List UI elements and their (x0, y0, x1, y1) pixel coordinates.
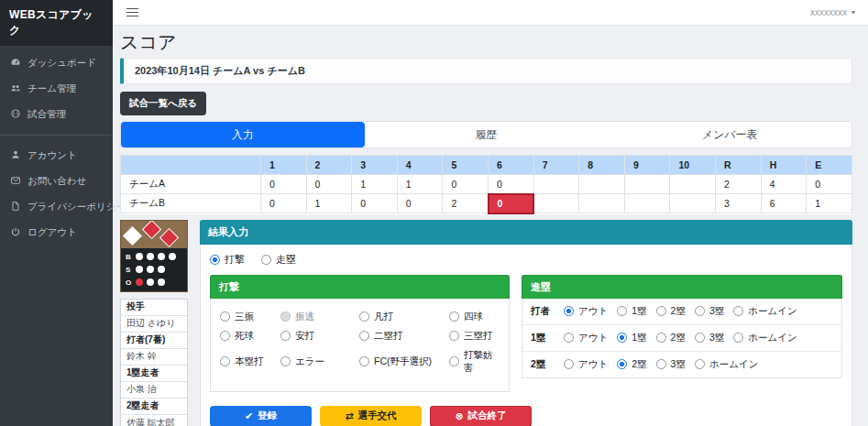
radio-button[interactable] (280, 356, 291, 366)
radio-button[interactable] (220, 331, 230, 341)
batting-options: 三振死球本塁打振逃安打エラー凡打二塁打FC(野手選択)四球三塁打打撃妨害 (210, 299, 510, 392)
radio-button[interactable] (210, 255, 220, 265)
field-status: BSO (120, 220, 188, 292)
mode-option[interactable]: 走塁 (261, 253, 296, 267)
register-button[interactable]: ✔登録 (210, 406, 312, 426)
radio-button[interactable] (656, 306, 666, 316)
radio-label-text: ホームイン (748, 332, 797, 344)
radio-button[interactable] (617, 359, 627, 369)
radio-button[interactable] (261, 255, 271, 265)
end-game-button[interactable]: ⊗試合終了 (430, 406, 532, 426)
score-cell: 1 (397, 175, 443, 194)
player-role: 1塁走者 (121, 366, 187, 382)
team-name: チームB (121, 194, 261, 213)
tab-active[interactable]: 入力 (121, 122, 365, 147)
score-header-cell: 2 (306, 156, 352, 175)
radio-button[interactable] (449, 331, 459, 341)
batting-option[interactable]: エラー (280, 349, 356, 375)
batting-option[interactable]: FC(野手選択) (359, 349, 445, 375)
radio-button[interactable] (449, 356, 459, 366)
radio-button[interactable] (695, 306, 705, 316)
batting-option[interactable]: 本塁打 (220, 349, 277, 375)
advance-option[interactable]: 3塁 (656, 358, 686, 371)
score-cell: 0 (397, 194, 443, 213)
radio-button[interactable] (733, 306, 743, 316)
menu-icon[interactable] (126, 5, 139, 20)
ball-strike-out-count: BSO (121, 248, 187, 291)
sidebar-item[interactable]: アカウント (0, 143, 113, 169)
advance-option[interactable]: 3塁 (695, 332, 724, 344)
batting-option[interactable]: 三塁打 (449, 330, 500, 343)
batting-option[interactable]: 二塁打 (359, 330, 445, 343)
radio-button[interactable] (359, 356, 369, 366)
radio-button[interactable] (617, 306, 627, 316)
user-menu[interactable]: xxxxxxxx ▾ (810, 7, 855, 17)
radio-button[interactable] (695, 359, 705, 369)
sidebar-item[interactable]: プライバシーポリシー (0, 194, 113, 220)
check-icon: ✔ (245, 411, 253, 421)
radio-button[interactable] (656, 333, 666, 343)
radio-button[interactable] (449, 311, 459, 322)
radio-button[interactable] (564, 306, 574, 316)
score-cell (579, 194, 625, 213)
score-header-cell: 4 (397, 156, 443, 175)
tab-item[interactable]: 履歴 (365, 122, 609, 147)
advance-option[interactable]: 2塁 (617, 358, 646, 371)
radio-label-text: 三塁打 (464, 330, 493, 343)
radio-button[interactable] (564, 359, 574, 369)
score-header-cell: 6 (489, 156, 534, 175)
sidebar-item[interactable]: チーム管理 (0, 76, 113, 102)
advance-option[interactable]: 1塁 (617, 332, 646, 344)
batting-option[interactable]: 三振 (220, 311, 277, 323)
radio-label-text: 2塁 (671, 332, 686, 344)
sidebar-item[interactable]: お問い合わせ (0, 169, 113, 194)
advance-option[interactable]: 3塁 (695, 305, 724, 318)
sidebar-item[interactable]: ログアウト (0, 220, 113, 246)
batting-option[interactable]: 死球 (220, 330, 277, 343)
advance-option[interactable]: アウト (564, 332, 608, 344)
radio-button[interactable] (359, 331, 369, 341)
back-to-games-button[interactable]: 試合一覧へ戻る (120, 92, 206, 115)
score-row: チームA001100240 (121, 175, 852, 194)
radio-button[interactable] (359, 311, 369, 322)
advance-option[interactable]: 2塁 (656, 332, 686, 344)
advance-option[interactable]: アウト (564, 305, 608, 318)
count-label: B (126, 253, 132, 261)
radio-button[interactable] (733, 333, 743, 343)
advance-option[interactable]: ホームイン (733, 332, 797, 344)
radio-button[interactable] (617, 333, 627, 343)
score-cell: 4 (761, 175, 807, 194)
radio-button[interactable] (220, 311, 230, 322)
advance-option[interactable]: ホームイン (733, 305, 797, 318)
tab-item[interactable]: メンバー表 (608, 122, 852, 147)
advance-option[interactable]: アウト (564, 358, 608, 371)
team-icon (10, 82, 21, 95)
radio-label-text: 2塁 (671, 305, 686, 318)
radio-button (280, 311, 291, 322)
sidebar-item[interactable]: 試合管理 (0, 102, 113, 127)
radio-button[interactable] (656, 359, 666, 369)
batting-option[interactable]: 打撃妨害 (449, 349, 500, 375)
mode-option[interactable]: 打撃 (210, 253, 245, 267)
radio-button[interactable] (220, 356, 230, 366)
radio-button[interactable] (564, 333, 574, 343)
batting-option[interactable]: 四球 (449, 311, 500, 323)
batting-option[interactable]: 安打 (280, 330, 356, 343)
advance-option[interactable]: 2塁 (656, 305, 686, 318)
radio-button[interactable] (695, 333, 705, 343)
current-players-list: 投手田辺 さゆり打者(7番)鈴木 幹1塁走者小泉 治2塁走者佐藤 聡太郎 (120, 299, 188, 426)
substitute-player-button[interactable]: ⇄選手交代 (320, 406, 422, 426)
team-name: チームA (121, 175, 261, 194)
radio-label-text: ホームイン (709, 358, 758, 371)
score-cell (670, 175, 716, 194)
advance-option[interactable]: ホームイン (695, 358, 758, 371)
player-name: 鈴木 幹 (121, 349, 187, 366)
sidebar-item-label: ログアウト (27, 226, 77, 239)
sidebar-item-label: プライバシーポリシー (27, 201, 126, 213)
radio-button[interactable] (280, 331, 291, 341)
advance-option[interactable]: 1塁 (617, 305, 646, 318)
sidebar-item[interactable]: ダッシュボード (0, 50, 113, 76)
swap-icon: ⇄ (345, 411, 353, 421)
score-cell: 0 (261, 194, 307, 213)
batting-option[interactable]: 凡打 (359, 311, 445, 323)
